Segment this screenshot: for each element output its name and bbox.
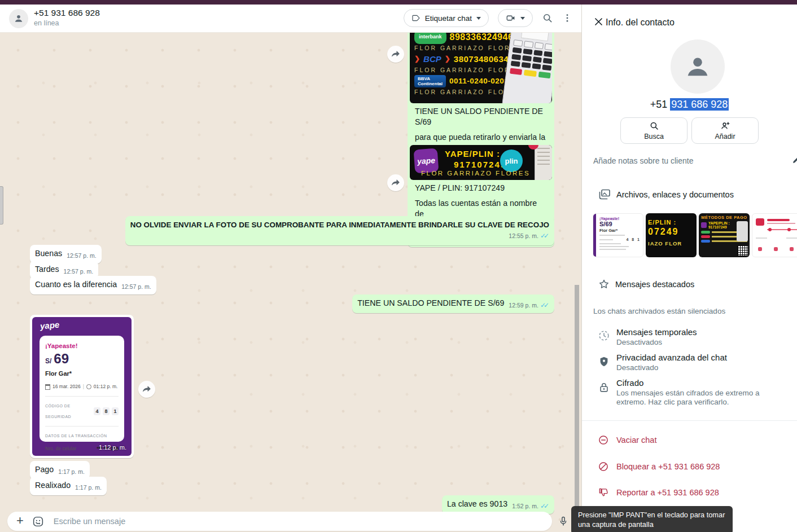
chevron-down-icon (476, 17, 481, 20)
thumb-text: 07249 (648, 227, 697, 237)
chevron-down-icon (520, 17, 525, 20)
contact-notes-field[interactable]: Añade notas sobre tu cliente (593, 156, 693, 165)
media-section-label: Archivos, enlaces y documentos (616, 190, 734, 199)
lock-icon (598, 381, 610, 394)
message-bubble[interactable]: NO OLVIDE ENVIAR LA FOTO DE SU COMPROBAN… (125, 216, 554, 245)
chat-header: +51 931 686 928 en línea Etiquetar chat (0, 5, 581, 33)
block-contact-button[interactable]: Bloquear a +51 931 686 928 (598, 461, 720, 472)
flower-photo-sliver (535, 145, 552, 180)
block-icon (598, 461, 609, 472)
message-time-overlay: 1:12 p. m. (99, 442, 126, 453)
attach-plus-icon[interactable]: + (16, 515, 24, 527)
screenshot-tooltip: Presione "IMP PANT"en el teclado para to… (571, 506, 733, 532)
window-scrollbar[interactable] (0, 186, 3, 225)
search-icon (649, 121, 659, 131)
chat-contact-status: en línea (34, 19, 59, 27)
message-bubble[interactable]: Realixado1:17 p. m. (30, 477, 107, 495)
interbank-account: 8983363249460 (450, 32, 519, 42)
message-text: Pago (35, 465, 54, 474)
message-text: La clave es 9013 (447, 499, 507, 508)
search-in-chat-button[interactable]: Busca (620, 117, 687, 144)
contact-action-buttons: Busca Añadir (582, 117, 797, 144)
message-time: 12:57 p. m. (121, 282, 151, 292)
message-bubble[interactable]: TIENE UN SALDO PENDIENTE DE S/6912:59 p.… (352, 294, 554, 313)
yape-brand-logo: yape (40, 319, 60, 332)
search-icon[interactable] (542, 12, 553, 24)
thumb-text: ¡Yapeaste! (599, 217, 641, 221)
contact-avatar-large[interactable] (671, 39, 725, 94)
bbva-logo: BBVAContinental (414, 75, 446, 87)
security-code-digits: 481 (94, 407, 119, 415)
media-thumb-tracking[interactable] (752, 213, 797, 257)
media-thumb-plin[interactable]: E/PLIN : 07249 IAZO FLOR (646, 213, 697, 257)
report-contact-label: Reportar a +51 931 686 928 (616, 488, 719, 497)
message-bubble[interactable]: Cuanto es la diferencia12:57 p. m. (30, 276, 156, 294)
chat-column: +51 931 686 928 en línea Etiquetar chat (0, 5, 581, 532)
chat-messages-area[interactable]: interbank8983363249460 FLOR GARRIAZO FLO… (0, 32, 581, 532)
add-contact-button[interactable]: Añadir (691, 117, 759, 144)
yape-mini-logo (701, 222, 707, 228)
pencil-icon[interactable] (791, 155, 797, 165)
label-chat-button[interactable]: Etiquetar chat (404, 9, 489, 27)
message-text: Buenas (35, 249, 62, 258)
report-contact-button[interactable]: Reportar a +51 931 686 928 (598, 487, 719, 498)
message-text: Realixado (35, 481, 71, 490)
bcp-logo: BCP (423, 54, 441, 64)
message-time: 1:17 p. m. (75, 482, 102, 493)
transaction-data-label: DATOS DE LA TRANSACCIÓN (45, 430, 119, 441)
pos-terminal-graphic (502, 32, 552, 103)
add-button-label: Añadir (715, 133, 735, 140)
thumb-text: MÉTODOS DE PAGO (701, 215, 747, 220)
yape-plin-image[interactable]: yape YAPE/PLIN : 917107249 plin FLOR GAR… (410, 145, 552, 180)
thumb-text: E/PLIN : (648, 219, 697, 226)
chat-contact-name[interactable]: +51 931 686 928 (34, 8, 100, 18)
emoji-sticker-icon[interactable] (32, 516, 44, 527)
window-titlebar (0, 0, 797, 5)
bank-accounts-image[interactable]: interbank8983363249460 FLOR GARRIAZO FLO… (410, 32, 552, 103)
message-text: TIENE UN SALDO PENDIENTE DE S/69 (357, 298, 504, 307)
forward-message-button[interactable] (387, 46, 404, 63)
encryption-title[interactable]: Cifrado (616, 378, 643, 388)
yape-receipt-image[interactable]: yape ¡Yapeaste! S/ 69 Flor Gar* 16 mar. … (32, 317, 132, 456)
composer-bar: + (0, 511, 581, 532)
message-text: NO OLVIDE ENVIAR LA FOTO DE SU COMPROBAN… (130, 219, 549, 230)
contact-phone[interactable]: +51 931 686 928 (582, 99, 797, 111)
thumb-text: 917107249 (708, 225, 727, 229)
temporary-messages-title[interactable]: Mensajes temporales (616, 327, 697, 337)
media-photos-icon (598, 188, 611, 201)
advanced-privacy-title[interactable]: Privacidad avanzada del chat (616, 353, 727, 362)
message-time: 12:55 p. m.✓✓ (509, 231, 549, 241)
media-thumbnails: ¡Yapeaste! S/69 Flor Gar* 4 8 1 E/PLIN :… (593, 213, 797, 257)
clear-chat-button[interactable]: Vaciar chat (598, 434, 656, 446)
thumb-text: Flor Gar* (599, 228, 641, 233)
microphone-icon[interactable] (558, 515, 569, 527)
media-thumb-metodos[interactable]: MÉTODOS DE PAGO YAPE/PLIN :917107249 (699, 213, 750, 257)
starred-messages-row[interactable]: Mensajes destacados (598, 278, 788, 291)
clock-icon (86, 384, 91, 389)
bbva-logo-line1: BBVA (418, 76, 430, 81)
forward-message-button[interactable] (138, 381, 155, 398)
forward-message-button[interactable] (387, 174, 404, 191)
message-time: 12:59 p. m.✓✓ (509, 300, 549, 311)
caption-line: YAPE / PLIN: 917107249 (415, 183, 547, 194)
starred-messages-label: Mensajes destacados (615, 280, 694, 289)
close-icon[interactable] (593, 16, 604, 27)
message-bubble-receipt-image[interactable]: yape ¡Yapeaste! S/ 69 Flor Gar* 16 mar. … (30, 315, 134, 458)
media-section-row[interactable]: Archivos, enlaces y documentos (598, 188, 788, 201)
forward-arrow-icon (391, 178, 401, 188)
media-thumb-receipt[interactable]: ¡Yapeaste! S/69 Flor Gar* 4 8 1 (593, 213, 643, 257)
contact-avatar[interactable] (9, 9, 28, 28)
message-input-pill[interactable]: + (7, 512, 552, 531)
menu-kebab-icon[interactable] (562, 13, 572, 23)
disappearing-messages-icon (598, 329, 610, 342)
message-input[interactable] (52, 516, 543, 526)
read-ticks-icon: ✓✓ (540, 301, 549, 309)
person-icon (683, 52, 712, 81)
message-text: Tardes (35, 265, 59, 274)
temporary-messages-status: Desactivados (616, 338, 662, 347)
clear-chat-label: Vaciar chat (616, 436, 656, 445)
security-code-label: CÓDIGO DE SEGURIDAD (45, 401, 94, 422)
chat-scrollbar[interactable] (575, 285, 579, 511)
video-call-button[interactable] (498, 9, 533, 27)
forward-arrow-icon (142, 384, 152, 394)
